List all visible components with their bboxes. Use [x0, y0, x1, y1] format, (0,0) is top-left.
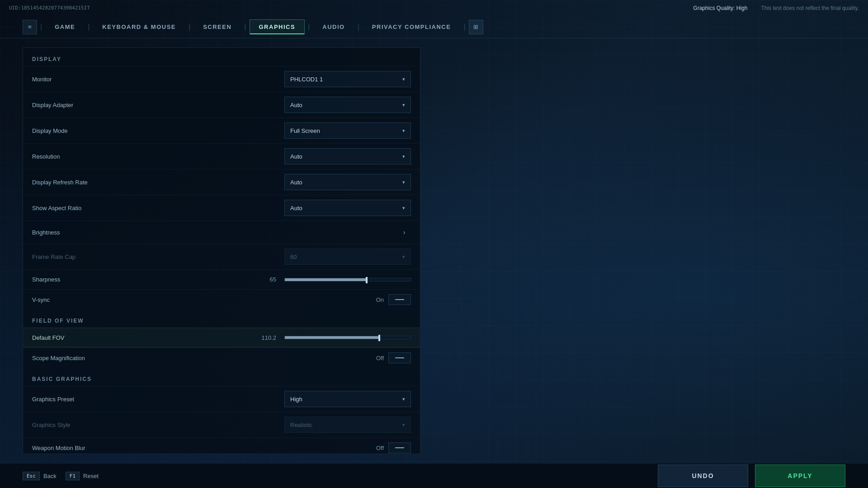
display-adapter-dropdown[interactable]: Auto ▾	[284, 97, 411, 113]
nav-tabs: ≡ | GAME | KEYBOARD & MOUSE | SCREEN | G…	[0, 16, 868, 38]
nav-sep-2: |	[189, 23, 190, 31]
aspect-ratio-dropdown[interactable]: Auto ▾	[284, 200, 411, 216]
vsync-toggle-dash	[395, 299, 404, 300]
resolution-arrow: ▾	[402, 154, 405, 160]
back-button[interactable]: Esc Back	[23, 472, 57, 480]
fov-slider[interactable]	[284, 336, 411, 339]
setting-row-monitor: Monitor PHLCOD1 1 ▾	[23, 66, 420, 92]
tab-keyboard[interactable]: KEYBOARD & MOUSE	[93, 19, 185, 34]
setting-row-resolution: Resolution Auto ▾	[23, 143, 420, 169]
graphics-preset-dropdown[interactable]: High ▾	[284, 391, 411, 407]
setting-row-display-adapter: Display Adapter Auto ▾	[23, 92, 420, 117]
setting-row-sharpness: Sharpness 65	[23, 269, 420, 289]
scope-toggle-container: Off	[376, 352, 411, 363]
frame-rate-cap-label: Frame Rate Cap	[32, 253, 284, 260]
resolution-dropdown[interactable]: Auto ▾	[284, 148, 411, 164]
setting-row-display-mode: Display Mode Full Screen ▾	[23, 117, 420, 143]
fov-slider-container: 110.2	[261, 334, 411, 341]
setting-row-graphics-preset: Graphics Preset High ▾	[23, 386, 420, 412]
nav-right-icon[interactable]: ⊞	[469, 20, 483, 34]
graphics-style-arrow: ▾	[402, 422, 405, 428]
display-adapter-label: Display Adapter	[32, 102, 284, 108]
brightness-arrow-btn[interactable]: ›	[397, 225, 411, 239]
display-adapter-arrow: ▾	[402, 102, 405, 108]
graphics-style-label: Graphics Style	[32, 422, 284, 428]
scope-toggle-dash	[395, 357, 404, 358]
reset-label: Reset	[83, 473, 99, 479]
display-mode-arrow: ▾	[402, 128, 405, 134]
nav-sep-6: |	[463, 23, 465, 31]
sharpness-value: 65	[270, 276, 276, 283]
nav-sep-1: |	[88, 23, 90, 31]
aspect-ratio-arrow: ▾	[402, 205, 405, 211]
setting-row-scope-magnification: Scope Magnification Off	[23, 347, 420, 368]
bottom-bar: Esc Back F1 Reset UNDO APPLY	[0, 463, 868, 488]
vsync-label: V-sync	[32, 296, 376, 303]
monitor-dropdown[interactable]: PHLCOD1 1 ▾	[284, 71, 411, 87]
brightness-label: Brightness	[32, 229, 397, 236]
tab-game[interactable]: GAME	[45, 19, 85, 34]
nav-sep-0: |	[40, 23, 42, 31]
uid-display: UID:185145428207743904215IT	[9, 5, 90, 11]
vsync-toggle-label: On	[376, 296, 384, 303]
setting-row-frame-rate-cap: Frame Rate Cap 60 ▾	[23, 244, 420, 269]
setting-row-brightness: Brightness ›	[23, 221, 420, 244]
undo-button[interactable]: UNDO	[658, 465, 748, 487]
scope-toggle-label: Off	[376, 355, 384, 361]
reset-key-icon: F1	[66, 472, 80, 480]
monitor-label: Monitor	[32, 76, 284, 83]
sharpness-slider[interactable]	[284, 278, 411, 282]
weapon-blur-toggle[interactable]	[388, 442, 411, 453]
quality-indicator: Graphics Quality: High	[693, 5, 747, 11]
graphics-style-dropdown: Realistic ▾	[284, 417, 411, 433]
fov-value: 110.2	[261, 334, 276, 341]
vsync-toggle-container: On	[376, 294, 411, 305]
tab-screen[interactable]: SCREEN	[193, 19, 241, 34]
test-note: This test does not reflect the final qua…	[761, 5, 859, 11]
display-mode-dropdown[interactable]: Full Screen ▾	[284, 122, 411, 139]
scope-toggle[interactable]	[388, 352, 411, 363]
frame-rate-cap-arrow: ▾	[402, 254, 405, 260]
display-mode-label: Display Mode	[32, 127, 284, 134]
vsync-toggle[interactable]	[388, 294, 411, 305]
nav-sep-4: |	[308, 23, 310, 31]
apply-button[interactable]: APPLY	[755, 465, 845, 487]
setting-row-graphics-style: Graphics Style Realistic ▾	[23, 412, 420, 437]
resolution-label: Resolution	[32, 153, 284, 160]
tab-audio[interactable]: AUDIO	[313, 19, 354, 34]
sharpness-slider-container: 65	[270, 276, 411, 283]
nav-sep-3: |	[244, 23, 246, 31]
refresh-rate-label: Display Refresh Rate	[32, 179, 284, 186]
graphics-preset-arrow: ▾	[402, 396, 405, 402]
aspect-ratio-label: Show Aspect Ratio	[32, 205, 284, 211]
sharpness-label: Sharpness	[32, 276, 270, 283]
reset-button[interactable]: F1 Reset	[66, 472, 99, 480]
weapon-blur-toggle-label: Off	[376, 445, 384, 451]
nav-left-icon[interactable]: ≡	[23, 20, 37, 34]
back-label: Back	[43, 473, 57, 479]
setting-row-weapon-motion-blur: Weapon Motion Blur Off	[23, 437, 420, 454]
weapon-motion-blur-label: Weapon Motion Blur	[32, 445, 376, 451]
scope-magnification-label: Scope Magnification	[32, 355, 376, 361]
frame-rate-cap-dropdown: 60 ▾	[284, 249, 411, 265]
refresh-rate-arrow: ▾	[402, 179, 405, 185]
back-key-icon: Esc	[23, 472, 40, 480]
section-fov-header: FIELD OF VIEW	[23, 310, 420, 328]
refresh-rate-dropdown[interactable]: Auto ▾	[284, 174, 411, 190]
setting-row-aspect-ratio: Show Aspect Ratio Auto ▾	[23, 195, 420, 221]
weapon-blur-toggle-container: Off	[376, 442, 411, 453]
graphics-preset-label: Graphics Preset	[32, 396, 284, 403]
weapon-blur-dash	[395, 447, 404, 448]
setting-row-refresh-rate: Display Refresh Rate Auto ▾	[23, 169, 420, 195]
section-display-header: DISPLAY	[23, 48, 420, 66]
setting-row-default-fov: Default FOV 110.2	[23, 328, 420, 347]
default-fov-label: Default FOV	[32, 334, 261, 341]
section-basic-graphics-header: BASIC GRAPHICS	[23, 368, 420, 386]
settings-panel: DISPLAY Monitor PHLCOD1 1 ▾ Display Adap…	[23, 47, 420, 454]
setting-row-vsync: V-sync On	[23, 289, 420, 310]
tab-graphics[interactable]: GRAPHICS	[250, 19, 305, 34]
nav-sep-5: |	[358, 23, 359, 31]
monitor-dropdown-arrow: ▾	[402, 76, 405, 82]
tab-privacy[interactable]: PRIVACY COMPLIANCE	[363, 19, 461, 34]
